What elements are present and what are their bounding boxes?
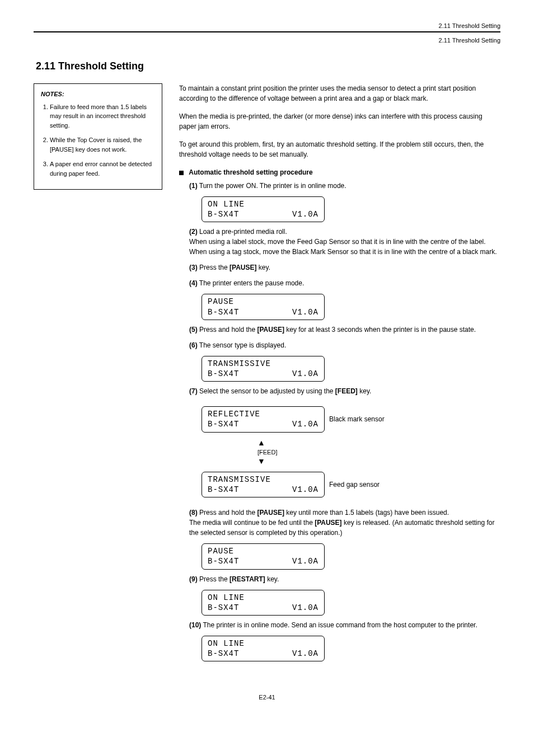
- lcd-line1: PAUSE: [208, 546, 234, 556]
- lcd-model: B-SX4T: [208, 369, 239, 379]
- lcd-line1: ON LINE: [208, 593, 245, 603]
- step-text: Press and hold the: [199, 326, 255, 334]
- intro-para: To get around this problem, first, try a…: [179, 139, 500, 159]
- step-text: The sensor type is displayed.: [199, 341, 286, 349]
- lcd-version: V1.0A: [292, 649, 318, 659]
- intro-para: When the media is pre-printed, the darke…: [179, 111, 500, 132]
- notes-list: Failure to feed more than 1.5 labels may…: [41, 102, 155, 179]
- step-3: (3) Press the [PAUSE] key.: [189, 262, 500, 273]
- section-title: 2.11 Threshold Setting: [34, 60, 500, 72]
- arrow-up-icon: ▲: [257, 438, 265, 447]
- step-text: Press and hold the: [199, 509, 255, 516]
- lcd-version: V1.0A: [292, 603, 318, 613]
- lcd-model: B-SX4T: [208, 603, 239, 613]
- lcd-model: B-SX4T: [208, 419, 239, 429]
- notes-title: NOTES:: [41, 90, 155, 99]
- step-7: (7) Select the sensor to be adjusted by …: [189, 386, 500, 396]
- arrow-up-down: ▲ [FEED] ▼: [257, 438, 500, 466]
- lcd-display: ON LINE B-SX4TV1.0A: [202, 636, 325, 661]
- feed-key-label: [FEED]: [257, 449, 277, 456]
- step-number: (5): [189, 326, 198, 334]
- step-number: (2): [189, 228, 198, 236]
- step-8: (8) Press and hold the [PAUSE] key until…: [189, 508, 500, 538]
- step-number: (4): [189, 279, 198, 287]
- lcd-model: B-SX4T: [208, 209, 239, 219]
- step-text: key.: [359, 387, 371, 395]
- content-body: To maintain a constant print position th…: [179, 83, 500, 666]
- lcd-version: V1.0A: [292, 485, 318, 495]
- lcd-version: V1.0A: [292, 369, 318, 379]
- lcd-version: V1.0A: [292, 419, 318, 429]
- footer-page-number: E2-41: [34, 694, 500, 701]
- step-number: (10): [189, 621, 201, 629]
- sensor-label: Feed gap sensor: [329, 480, 380, 490]
- section-name: Threshold Setting: [58, 60, 144, 72]
- procedure-label: Automatic threshold setting procedure: [189, 168, 312, 176]
- step-number: (9): [189, 575, 198, 583]
- step-text: Load a pre-printed media roll.: [199, 228, 287, 236]
- lcd-display: TRANSMISSIVE B-SX4TV1.0A: [202, 356, 325, 382]
- page-num-top: 2.11 Threshold Setting: [34, 37, 500, 44]
- pause-key-label: [PAUSE]: [257, 509, 284, 516]
- step-6: (6) The sensor type is displayed.: [189, 340, 500, 350]
- note-item: While the Top Cover is raised, the [PAUS…: [50, 135, 155, 154]
- lcd-display: REFLECTIVE B-SX4TV1.0A: [202, 406, 325, 432]
- step-1: (1) Turn the power ON. The printer is in…: [189, 181, 500, 191]
- pause-key-label: [PAUSE]: [229, 264, 256, 271]
- intro-para: To maintain a constant print position th…: [179, 83, 500, 104]
- step-text: key for at least 3 seconds when the prin…: [286, 326, 476, 334]
- lcd-line1: REFLECTIVE: [208, 409, 260, 419]
- step-text: Select the sensor to be adjusted by usin…: [199, 387, 334, 395]
- step-text: When using a label stock, move the Feed …: [189, 238, 486, 246]
- step-text: key.: [259, 264, 270, 271]
- lcd-line1: ON LINE: [208, 638, 245, 649]
- lcd-display: ON LINE B-SX4TV1.0A: [202, 590, 325, 616]
- pause-key-label: [PAUSE]: [315, 519, 341, 527]
- header-text: 2.11 Threshold Setting: [34, 22, 500, 29]
- feed-key-label: [FEED]: [335, 387, 358, 395]
- lcd-display: PAUSE B-SX4TV1.0A: [202, 543, 325, 569]
- lcd-model: B-SX4T: [208, 556, 239, 566]
- step-number: (1): [189, 182, 198, 190]
- step-text: Press the: [199, 575, 228, 583]
- step-9: (9) Press the [RESTART] key.: [189, 574, 500, 584]
- lcd-model: B-SX4T: [208, 307, 239, 317]
- pause-key-label: [PAUSE]: [257, 326, 284, 334]
- step-text: When using a tag stock, move the Black M…: [189, 248, 497, 256]
- step-text: The media will continue to be fed until …: [189, 519, 313, 527]
- note-item: Failure to feed more than 1.5 labels may…: [50, 102, 155, 130]
- lcd-model: B-SX4T: [208, 485, 239, 495]
- lcd-line1: ON LINE: [208, 199, 245, 209]
- section-number: 2.11: [36, 60, 55, 72]
- step-text: key.: [267, 575, 279, 583]
- lcd-line1: TRANSMISSIVE: [208, 475, 271, 485]
- lcd-line1: PAUSE: [208, 297, 234, 307]
- step-number: (6): [189, 341, 198, 349]
- bullet-square-icon: [179, 171, 184, 175]
- lcd-version: V1.0A: [292, 307, 318, 317]
- step-number: (8): [189, 509, 198, 516]
- lcd-version: V1.0A: [292, 209, 318, 219]
- lcd-model: B-SX4T: [208, 649, 239, 659]
- lcd-display: PAUSE B-SX4TV1.0A: [202, 294, 325, 320]
- restart-key-label: [RESTART]: [229, 575, 265, 583]
- note-item: A paper end error cannot be detected dur…: [50, 159, 155, 178]
- header-divider: [34, 31, 500, 32]
- lcd-display: TRANSMISSIVE B-SX4TV1.0A: [202, 472, 325, 497]
- step-4: (4) The printer enters the pause mode.: [189, 278, 500, 288]
- step-number: (3): [189, 264, 198, 271]
- sensor-label: Black mark sensor: [329, 414, 385, 424]
- notes-box: NOTES: Failure to feed more than 1.5 lab…: [34, 83, 162, 190]
- step-text: Press the: [199, 264, 228, 271]
- step-text: The printer enters the pause mode.: [199, 279, 304, 287]
- step-text: The printer is in online mode. Send an i…: [203, 621, 477, 629]
- step-5: (5) Press and hold the [PAUSE] key for a…: [189, 325, 500, 335]
- step-2: (2) Load a pre-printed media roll. When …: [189, 227, 500, 257]
- step-text: key until more than 1.5 labels (tags) ha…: [286, 509, 449, 516]
- lcd-version: V1.0A: [292, 556, 318, 566]
- main-container: NOTES: Failure to feed more than 1.5 lab…: [34, 83, 500, 666]
- step-text: key is released.: [344, 519, 390, 527]
- step-10: (10) The printer is in online mode. Send…: [189, 620, 500, 630]
- step-text: Turn the power ON. The printer is in onl…: [199, 182, 346, 190]
- arrow-down-icon: ▼: [257, 457, 265, 466]
